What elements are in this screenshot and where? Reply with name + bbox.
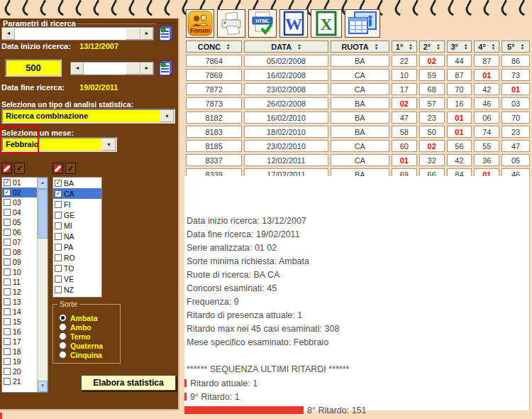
wheel-item[interactable]: BA bbox=[53, 178, 101, 188]
checkbox[interactable] bbox=[4, 249, 11, 256]
number-item[interactable]: 09 bbox=[2, 257, 37, 267]
sorte-option[interactable]: Ambata bbox=[59, 313, 120, 322]
column-header[interactable]: CONC▲▼ bbox=[186, 40, 242, 53]
checkbox[interactable] bbox=[4, 368, 11, 375]
table-view-button[interactable] bbox=[345, 9, 380, 38]
chevron-down-icon[interactable]: ▼ bbox=[160, 110, 174, 122]
report-button-end[interactable] bbox=[157, 58, 176, 77]
checkbox[interactable] bbox=[55, 244, 62, 251]
chevron-down-icon[interactable]: ▼ bbox=[102, 138, 116, 151]
wheels-check-all-button[interactable]: ✓ bbox=[65, 163, 76, 174]
number-item[interactable]: 19 bbox=[2, 357, 37, 366]
numbers-listbox[interactable]: 0102030405060708091011121314151617181920… bbox=[1, 177, 48, 393]
number-item[interactable]: 01 bbox=[2, 178, 37, 187]
scrollbar-thumb[interactable] bbox=[126, 62, 140, 75]
excel-export-button[interactable]: X bbox=[311, 9, 342, 38]
table-row[interactable]: 787223/02/2008CA1768704201 bbox=[186, 83, 530, 95]
checkbox[interactable] bbox=[4, 378, 11, 385]
checkbox[interactable] bbox=[4, 358, 11, 365]
checkbox[interactable] bbox=[4, 179, 11, 186]
checkbox[interactable] bbox=[55, 286, 62, 293]
number-item[interactable]: 08 bbox=[2, 247, 37, 257]
column-header[interactable]: 2°▲▼ bbox=[419, 40, 445, 53]
column-header[interactable]: 1°▲▼ bbox=[392, 40, 417, 53]
word-export-button[interactable]: W bbox=[279, 9, 308, 38]
column-header[interactable]: RUOTA▲▼ bbox=[331, 40, 389, 53]
number-item[interactable]: 05 bbox=[2, 217, 37, 227]
checkbox[interactable] bbox=[4, 278, 11, 285]
numbers-check-all-button[interactable]: ✓ bbox=[14, 163, 25, 174]
scrollbar-thumb[interactable] bbox=[126, 28, 140, 40]
number-item[interactable]: 20 bbox=[2, 366, 37, 376]
numbers-uncheck-all-button[interactable] bbox=[1, 163, 12, 174]
checkbox[interactable] bbox=[4, 308, 11, 315]
number-item[interactable]: 18 bbox=[2, 347, 37, 357]
checkbox[interactable] bbox=[4, 318, 11, 325]
numbers-scrollbar[interactable]: ▲ ▼ bbox=[37, 178, 48, 392]
wheel-item[interactable]: NA bbox=[53, 231, 101, 241]
checkbox[interactable] bbox=[55, 180, 62, 187]
table-row[interactable]: 787326/02/2008BA0257164603 bbox=[186, 97, 530, 109]
checkbox[interactable] bbox=[4, 259, 11, 266]
sort-icon[interactable]: ▲▼ bbox=[436, 43, 440, 50]
table-row[interactable]: 818216/02/2010BA4723010670 bbox=[186, 111, 530, 124]
checkbox[interactable] bbox=[55, 265, 62, 272]
table-row[interactable]: 786405/02/2008BA2202448786 bbox=[186, 55, 530, 67]
wheel-item[interactable]: GE bbox=[53, 210, 101, 220]
scrollbar-track[interactable] bbox=[15, 28, 140, 40]
scroll-right-arrow[interactable]: ► bbox=[140, 28, 153, 40]
scrollbar-track[interactable] bbox=[84, 62, 140, 75]
range-input[interactable] bbox=[5, 59, 62, 77]
number-item[interactable]: 07 bbox=[2, 237, 37, 247]
scrollbar-thumb[interactable] bbox=[38, 189, 48, 239]
column-header[interactable]: DATA▲▼ bbox=[244, 40, 328, 53]
wheels-uncheck-all-button[interactable] bbox=[52, 163, 63, 174]
checkbox[interactable] bbox=[55, 222, 62, 229]
checkbox[interactable] bbox=[4, 298, 11, 305]
checkbox[interactable] bbox=[4, 219, 11, 226]
checkbox[interactable] bbox=[55, 212, 62, 219]
radio-button[interactable] bbox=[59, 332, 67, 340]
number-item[interactable]: 12 bbox=[2, 287, 37, 297]
checkbox[interactable] bbox=[4, 229, 11, 236]
wheel-item[interactable]: VE bbox=[53, 273, 101, 284]
date-end-scrollbar[interactable]: ◄ ► bbox=[70, 62, 154, 75]
scroll-left-arrow[interactable]: ◄ bbox=[71, 62, 84, 75]
table-row[interactable]: 818318/02/2010BA5850017423 bbox=[186, 126, 530, 138]
checkbox[interactable] bbox=[55, 233, 62, 240]
checkbox[interactable] bbox=[4, 348, 11, 355]
checkbox[interactable] bbox=[4, 209, 11, 216]
number-item[interactable]: 03 bbox=[2, 197, 37, 207]
wheel-item[interactable]: NZ bbox=[53, 284, 101, 295]
scroll-up-arrow[interactable]: ▲ bbox=[38, 178, 48, 189]
wheel-item[interactable]: CA bbox=[53, 188, 101, 199]
wheel-item[interactable]: TO bbox=[53, 263, 101, 273]
wheel-item[interactable]: MI bbox=[53, 220, 101, 231]
scroll-right-arrow[interactable]: ► bbox=[140, 62, 153, 75]
checkbox[interactable] bbox=[4, 328, 11, 335]
checkbox[interactable] bbox=[4, 189, 11, 196]
sorte-option[interactable]: Terno bbox=[59, 332, 120, 341]
column-header[interactable]: 3°▲▼ bbox=[447, 40, 472, 53]
radio-button[interactable] bbox=[59, 342, 67, 349]
number-item[interactable]: 17 bbox=[2, 337, 37, 347]
sort-icon[interactable]: ▲▼ bbox=[409, 43, 412, 50]
print-button[interactable] bbox=[217, 9, 245, 38]
number-item[interactable]: 13 bbox=[2, 297, 37, 307]
forum-button[interactable]: Forum bbox=[186, 9, 214, 38]
column-header[interactable]: 5°▲▼ bbox=[501, 40, 530, 53]
number-item[interactable]: 16 bbox=[2, 327, 37, 337]
checkbox[interactable] bbox=[4, 338, 11, 345]
sorte-option[interactable]: Cinquina bbox=[59, 350, 120, 359]
sort-icon[interactable]: ▲▼ bbox=[297, 43, 301, 50]
checkbox[interactable] bbox=[4, 288, 11, 295]
checkbox[interactable] bbox=[4, 239, 11, 246]
table-row[interactable]: 786916/02/2008CA1059870173 bbox=[186, 69, 530, 81]
number-item[interactable]: 11 bbox=[2, 277, 37, 287]
elabora-statistica-button[interactable]: Elabora statistica bbox=[81, 375, 176, 391]
scroll-down-arrow[interactable]: ▼ bbox=[38, 381, 48, 392]
report-button-start[interactable] bbox=[157, 23, 176, 43]
number-item[interactable]: 14 bbox=[2, 307, 37, 317]
radio-button[interactable] bbox=[59, 351, 67, 359]
wheel-item[interactable]: PA bbox=[53, 241, 101, 252]
